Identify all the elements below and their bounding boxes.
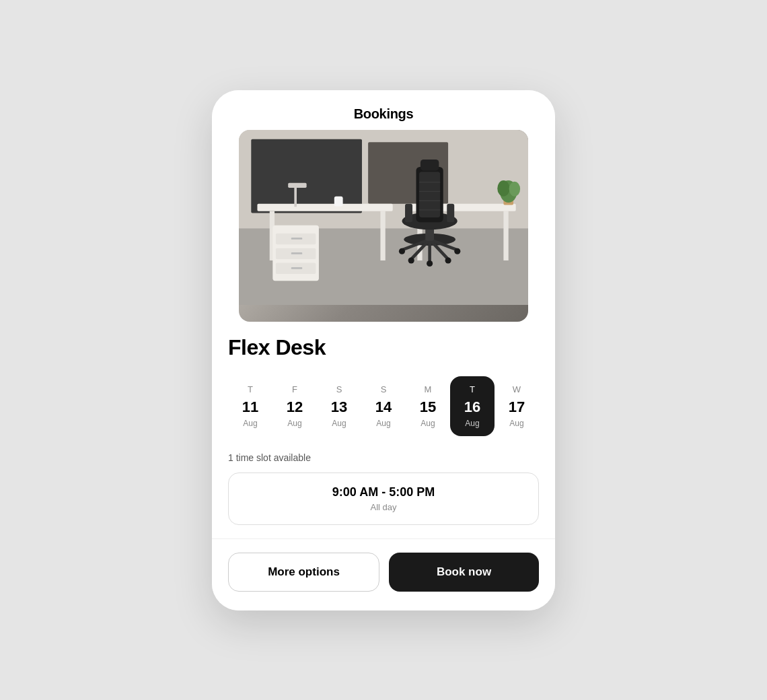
header: Bookings [212, 90, 555, 130]
svg-rect-7 [294, 185, 297, 207]
calendar-day-13[interactable]: S13Aug [317, 376, 361, 436]
svg-rect-44 [447, 203, 454, 221]
day-month: Aug [332, 419, 346, 428]
content-area: Flex Desk T11AugF12AugS13AugS14AugM15Aug… [212, 322, 555, 538]
day-letter: F [292, 384, 297, 394]
svg-rect-6 [380, 211, 385, 260]
svg-point-33 [454, 248, 460, 254]
day-month: Aug [376, 419, 390, 428]
calendar-day-15[interactable]: M15Aug [406, 376, 450, 436]
svg-rect-8 [288, 182, 306, 187]
book-now-button[interactable]: Book now [389, 553, 539, 592]
day-letter: T [248, 384, 253, 394]
day-number: 12 [287, 398, 303, 416]
svg-rect-19 [503, 211, 508, 260]
svg-point-22 [497, 180, 509, 197]
room-image [239, 130, 528, 322]
svg-point-31 [445, 257, 451, 263]
page-title: Bookings [354, 106, 414, 121]
time-slot-label: All day [245, 502, 522, 512]
time-slot-time: 9:00 AM - 5:00 PM [245, 485, 522, 499]
more-options-button[interactable]: More options [228, 553, 379, 592]
day-letter: S [336, 384, 342, 394]
svg-point-34 [427, 260, 433, 266]
day-letter: M [425, 384, 432, 394]
day-month: Aug [465, 419, 479, 428]
day-letter: W [513, 384, 521, 394]
time-slot[interactable]: 9:00 AM - 5:00 PM All day [228, 473, 539, 525]
calendar-day-16[interactable]: T16Aug [450, 376, 495, 436]
day-number: 15 [420, 398, 436, 416]
svg-rect-38 [419, 172, 440, 217]
svg-point-32 [399, 248, 405, 254]
svg-point-30 [408, 257, 414, 263]
availability-text: 1 time slot available [228, 452, 539, 463]
day-number: 16 [464, 398, 480, 416]
day-letter: S [381, 384, 387, 394]
svg-rect-45 [421, 159, 439, 170]
calendar-day-12[interactable]: F12Aug [272, 376, 317, 436]
action-buttons: More options Book now [212, 539, 555, 610]
day-number: 11 [242, 398, 258, 416]
svg-rect-16 [291, 267, 302, 269]
svg-rect-4 [257, 203, 392, 211]
day-month: Aug [509, 419, 523, 428]
svg-rect-2 [251, 139, 362, 213]
calendar-day-14[interactable]: S14Aug [361, 376, 406, 436]
day-month: Aug [287, 419, 301, 428]
day-letter: T [470, 384, 475, 394]
calendar-strip: T11AugF12AugS13AugS14AugM15AugT16AugW17A… [228, 376, 539, 436]
svg-rect-14 [291, 238, 302, 240]
day-number: 13 [331, 398, 347, 416]
room-title: Flex Desk [228, 335, 539, 360]
svg-rect-43 [405, 203, 412, 221]
day-month: Aug [421, 419, 435, 428]
calendar-day-11[interactable]: T11Aug [228, 376, 272, 436]
phone-frame: Bookings [212, 90, 555, 610]
svg-rect-9 [334, 196, 343, 206]
hero-image-wrapper [212, 130, 555, 322]
day-number: 17 [509, 398, 525, 416]
day-month: Aug [243, 419, 257, 428]
svg-point-23 [509, 181, 520, 196]
day-number: 14 [375, 398, 392, 416]
svg-rect-15 [291, 252, 302, 254]
calendar-day-17[interactable]: W17Aug [495, 376, 539, 436]
